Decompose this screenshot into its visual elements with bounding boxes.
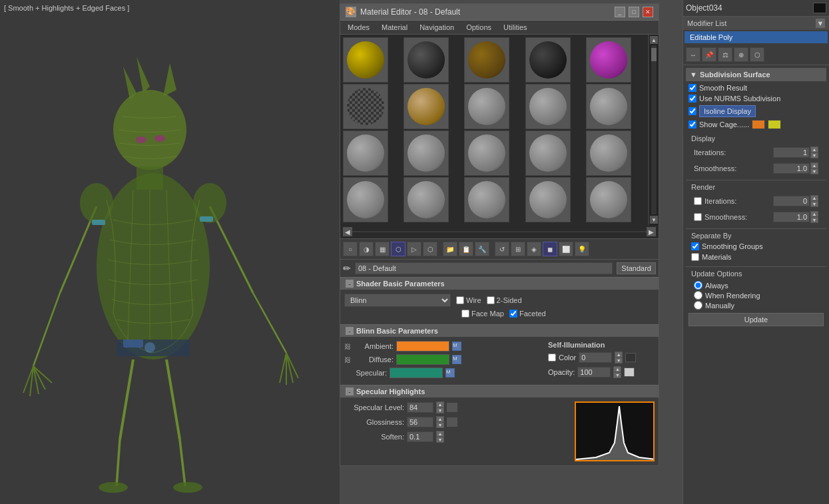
render-iter-up[interactable]: ▲: [810, 195, 818, 201]
get-mat-btn[interactable]: 📁: [443, 242, 457, 256]
specular-section-header[interactable]: - Specular Highlights: [340, 385, 659, 397]
sample-uv-btn[interactable]: ⬡: [391, 242, 406, 256]
illum-spin-down[interactable]: ▼: [615, 358, 623, 364]
sphere-18[interactable]: [464, 177, 509, 222]
spec-level-up[interactable]: ▲: [436, 401, 444, 407]
cage-color-orange[interactable]: [752, 120, 765, 129]
make-unique-btn[interactable]: ◈: [527, 242, 541, 256]
render-iter-checkbox[interactable]: [694, 197, 702, 205]
menu-navigation[interactable]: Navigation: [417, 23, 456, 32]
specular-copy-btn[interactable]: M: [445, 368, 455, 378]
opacity-spin-up[interactable]: ▲: [613, 366, 621, 372]
nav-left-arrow[interactable]: ◀: [343, 227, 352, 236]
spec-level-down[interactable]: ▼: [436, 407, 444, 413]
eyedropper-icon[interactable]: ✏: [343, 263, 351, 274]
display-iterations-input[interactable]: [773, 147, 810, 158]
smooth-result-checkbox[interactable]: [689, 84, 696, 92]
show-cage-checkbox[interactable]: [689, 121, 696, 128]
diffuse-copy-btn[interactable]: M: [452, 355, 461, 364]
glossiness-down[interactable]: ▼: [436, 422, 444, 428]
object-color-swatch[interactable]: [813, 3, 826, 13]
sphere-15[interactable]: [586, 130, 631, 176]
ambient-chain-icon[interactable]: ⛓: [344, 343, 351, 350]
glossiness-value[interactable]: [407, 417, 433, 427]
faceted-checkbox[interactable]: [509, 310, 517, 318]
soften-up[interactable]: ▲: [436, 431, 444, 437]
diffuse-color-swatch[interactable]: [396, 354, 449, 365]
active-view-btn[interactable]: ◼: [543, 242, 557, 256]
copy2-btn[interactable]: ⊕: [734, 47, 748, 62]
sphere-4[interactable]: [525, 37, 571, 83]
isoline-display-btn[interactable]: Isoline Display: [699, 105, 756, 117]
render-smoothness-input[interactable]: [773, 212, 810, 222]
menu-utilities[interactable]: Utilities: [501, 23, 529, 32]
two-sided-checkbox[interactable]: [487, 296, 495, 304]
assign-mat-btn[interactable]: 🔧: [475, 242, 489, 256]
display-smoothness-input[interactable]: [773, 163, 810, 174]
always-radio[interactable]: [694, 281, 702, 290]
sphere-20[interactable]: [586, 177, 631, 222]
sphere-5[interactable]: [586, 37, 631, 83]
illum-color-box[interactable]: [625, 353, 636, 362]
weight-btn[interactable]: ⚖: [718, 47, 732, 62]
opacity-color-box[interactable]: [624, 368, 635, 377]
move-btn[interactable]: ↔: [686, 47, 700, 62]
render-smooth-up[interactable]: ▲: [810, 211, 818, 217]
blinn-section-header[interactable]: - Blinn Basic Parameters: [340, 324, 659, 337]
opacity-spin-down[interactable]: ▼: [613, 372, 621, 378]
render-smooth-checkbox[interactable]: [694, 213, 702, 221]
manually-radio[interactable]: [694, 301, 702, 310]
sphere-3[interactable]: [464, 37, 509, 83]
close-button[interactable]: ✕: [643, 7, 653, 17]
spec-level-value[interactable]: [407, 402, 433, 413]
specular-color-swatch[interactable]: [390, 368, 443, 378]
minimize-button[interactable]: _: [615, 7, 625, 17]
use-nurms-checkbox[interactable]: [689, 95, 696, 103]
mat-3d-btn[interactable]: ⬡: [423, 242, 437, 256]
sphere-1[interactable]: [343, 37, 388, 83]
material-name-input[interactable]: [355, 262, 613, 274]
maximize-button[interactable]: □: [629, 7, 639, 17]
sphere-7[interactable]: [404, 84, 449, 129]
menu-modes[interactable]: Modes: [346, 23, 372, 32]
sphere-13[interactable]: [464, 130, 509, 176]
update-button[interactable]: Update: [689, 313, 824, 326]
video-btn[interactable]: ▷: [407, 242, 421, 256]
display-iter-down[interactable]: ▼: [810, 152, 818, 158]
scroll-down-arrow[interactable]: ▼: [650, 216, 658, 224]
sphere-6[interactable]: [343, 84, 388, 129]
editable-poly-item[interactable]: Editable Poly: [685, 31, 828, 43]
menu-material[interactable]: Material: [380, 23, 410, 32]
sphere-19[interactable]: [525, 177, 571, 222]
spheres-scrollbar[interactable]: ▲ ▼: [649, 35, 659, 225]
pin-btn[interactable]: 📌: [702, 47, 716, 62]
render-smooth-down[interactable]: ▼: [810, 217, 818, 223]
material-type-button[interactable]: Standard: [617, 262, 656, 274]
soften-down[interactable]: ▼: [436, 437, 444, 443]
illum-color-value[interactable]: [579, 352, 612, 363]
sample-type-btn[interactable]: ○: [343, 242, 358, 256]
sphere-8[interactable]: [464, 84, 509, 129]
materials-checkbox[interactable]: [691, 253, 699, 261]
put-mat-btn[interactable]: 📋: [459, 242, 473, 256]
modifier-dropdown-btn[interactable]: ▼: [816, 19, 825, 28]
scroll-handle[interactable]: [651, 48, 657, 61]
display-iter-up[interactable]: ▲: [810, 146, 818, 152]
sphere-16[interactable]: [343, 177, 388, 222]
glossiness-up[interactable]: ▲: [436, 416, 444, 422]
sphere-14[interactable]: [525, 130, 571, 176]
backlight-btn[interactable]: ◑: [359, 242, 374, 256]
render-iter-down[interactable]: ▼: [810, 201, 818, 207]
smoothing-groups-checkbox[interactable]: [691, 242, 699, 250]
display-smooth-down[interactable]: ▼: [810, 168, 818, 174]
when-rendering-radio[interactable]: [694, 291, 702, 300]
nav-right-arrow[interactable]: ▶: [647, 227, 656, 236]
soften-value[interactable]: [407, 431, 433, 442]
display-smooth-up[interactable]: ▲: [810, 162, 818, 168]
wire-checkbox[interactable]: [456, 296, 464, 304]
sphere-9[interactable]: [525, 84, 571, 129]
background-btn[interactable]: ▦: [375, 242, 390, 256]
ambient-color-swatch[interactable]: [396, 341, 449, 352]
sphere-11[interactable]: [343, 130, 388, 176]
shader-select[interactable]: Blinn: [344, 294, 451, 307]
